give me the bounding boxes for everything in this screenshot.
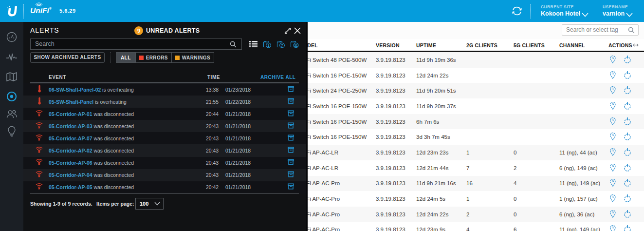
svg-text:7: 7 — [281, 44, 283, 47]
svg-text:31: 31 — [294, 44, 298, 47]
svg-text:1: 1 — [268, 44, 270, 47]
